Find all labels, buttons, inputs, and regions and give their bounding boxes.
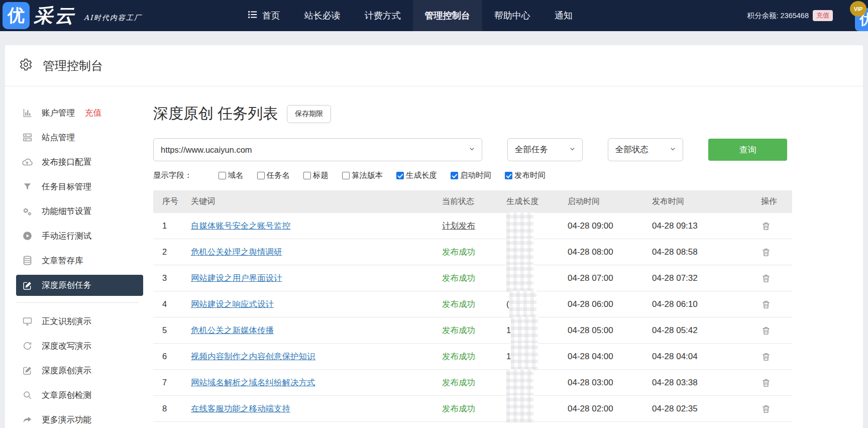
field-checkbox-task-name[interactable]: 任务名 bbox=[257, 170, 290, 181]
delete-button[interactable] bbox=[761, 272, 774, 285]
page-title: 管理控制台 bbox=[43, 58, 103, 74]
redaction-mosaic bbox=[509, 291, 536, 318]
start-time: 04-28 05:00 bbox=[568, 326, 652, 336]
row-index: 7 bbox=[153, 378, 191, 387]
chevron-down-icon bbox=[468, 145, 476, 155]
trash-icon bbox=[761, 299, 771, 309]
sidebar-item-deep-original-demo[interactable]: 深度原创演示 bbox=[5, 358, 148, 383]
nav-item-help-center[interactable]: 帮助中心 bbox=[482, 0, 542, 31]
publish-time: 04-28 06:10 bbox=[652, 299, 755, 309]
delete-button[interactable] bbox=[761, 246, 774, 259]
nav-item-label: 计费方式 bbox=[365, 10, 401, 22]
field-checkbox-title[interactable]: 标题 bbox=[303, 170, 329, 181]
trash-icon bbox=[761, 326, 771, 336]
nav-item-webmaster-guide[interactable]: 站长必读 bbox=[292, 0, 353, 31]
task-table: 序号 关键词 当前状态 生成长度 启动时间 发布时间 操作 1 自媒体账号安全之… bbox=[153, 190, 792, 422]
field-checkbox-publish-time[interactable]: 发布时间 bbox=[505, 170, 546, 181]
nav-item-admin-console[interactable]: 管理控制台 bbox=[413, 0, 482, 31]
sidebar-item-task-targets[interactable]: 任务目标管理 bbox=[5, 174, 148, 199]
publish-time: 04-28 02:35 bbox=[652, 404, 755, 414]
sidebar-item-deep-original-tasks[interactable]: 深度原创任务 bbox=[16, 275, 143, 296]
generation-length-cell bbox=[506, 396, 568, 421]
points-balance: 积分余额: 2365468 bbox=[747, 11, 809, 21]
field-checkbox-algorithm-version[interactable]: 算法版本 bbox=[342, 170, 383, 181]
site-select[interactable]: https://www.ucaiyun.com bbox=[153, 138, 482, 161]
status-select[interactable]: 全部状态 bbox=[608, 138, 683, 161]
redaction-mosaic bbox=[506, 265, 533, 292]
redaction-mosaic bbox=[506, 212, 533, 240]
sidebar-item-more-demos[interactable]: 更多演示功能 bbox=[5, 407, 148, 428]
status-link[interactable]: 发布成功 bbox=[442, 404, 475, 413]
sidebar-item-body-recognition-demo[interactable]: 正文识别演示 bbox=[5, 309, 148, 334]
status-link[interactable]: 发布成功 bbox=[442, 273, 475, 282]
sidebar-recharge-link[interactable]: 充值 bbox=[85, 108, 101, 119]
nav-item-home[interactable]: 首页 bbox=[235, 0, 292, 31]
checkbox-icon bbox=[303, 172, 311, 179]
query-button[interactable]: 查询 bbox=[708, 139, 787, 161]
generation-length-cell: 1 bbox=[506, 317, 568, 343]
retention-button[interactable]: 保存期限 bbox=[287, 105, 331, 123]
sidebar-item-label: 文章原创检测 bbox=[42, 390, 91, 401]
status-link[interactable]: 计划发布 bbox=[442, 221, 475, 230]
sidebar-item-label: 功能细节设置 bbox=[42, 206, 91, 217]
status-link[interactable]: 发布成功 bbox=[442, 326, 475, 335]
field-checkbox-start-time[interactable]: 启动时间 bbox=[451, 170, 491, 181]
gears-icon bbox=[22, 206, 33, 217]
start-time: 04-28 07:00 bbox=[568, 273, 652, 283]
field-checkbox-generation-length[interactable]: 生成长度 bbox=[396, 170, 437, 181]
table-row: 5 危机公关之新媒体传播 发布成功 1 04-28 05:00 04-28 05… bbox=[153, 317, 792, 344]
keyword-link[interactable]: 危机公关之新媒体传播 bbox=[191, 326, 274, 335]
nav-right: 积分余额: 2365468 充值 bbox=[747, 10, 833, 21]
status-link[interactable]: 发布成功 bbox=[442, 352, 475, 361]
sidebar-item-feature-settings[interactable]: 功能细节设置 bbox=[5, 199, 148, 224]
table-row: 6 视频内容制作之内容创意保护知识 发布成功 1 04-28 04:00 04-… bbox=[153, 344, 792, 370]
sidebar-item-sites[interactable]: 站点管理 bbox=[5, 125, 148, 150]
chevron-down-icon bbox=[569, 145, 576, 155]
refresh-icon bbox=[22, 341, 33, 352]
status-select-value: 全部状态 bbox=[615, 144, 669, 155]
generation-length-cell: ( bbox=[506, 291, 568, 317]
table-row: 8 在线客服功能之移动端支持 发布成功 04-28 02:00 04-28 02… bbox=[153, 396, 792, 422]
keyword-link[interactable]: 网站域名解析之域名纠纷解决方式 bbox=[191, 378, 315, 387]
delete-button[interactable] bbox=[761, 402, 774, 415]
keyword-link[interactable]: 视频内容制作之内容创意保护知识 bbox=[191, 352, 315, 361]
nav-item-pricing[interactable]: 计费方式 bbox=[353, 0, 413, 31]
top-navbar: 优 采云 AI时代内容工厂 首页 站长必读 计费方式 管理控制台 帮助中心 通知… bbox=[0, 0, 868, 31]
edit-icon bbox=[22, 365, 33, 376]
play-circle-icon bbox=[22, 231, 33, 242]
task-select-value: 全部任务 bbox=[515, 144, 569, 155]
sidebar-item-account[interactable]: 账户管理 充值 bbox=[5, 100, 148, 125]
delete-button[interactable] bbox=[761, 298, 774, 311]
keyword-link[interactable]: 危机公关处理之舆情调研 bbox=[191, 247, 282, 256]
recharge-button[interactable]: 充值 bbox=[813, 10, 833, 21]
redaction-mosaic bbox=[506, 395, 533, 422]
keyword-link[interactable]: 在线客服功能之移动端支持 bbox=[191, 404, 290, 413]
sidebar-item-publish-api[interactable]: 发布接口配置 bbox=[5, 150, 148, 174]
brand[interactable]: 优 采云 AI时代内容工厂 bbox=[3, 2, 142, 29]
status-link[interactable]: 发布成功 bbox=[442, 378, 475, 387]
row-index: 6 bbox=[153, 352, 191, 361]
field-checkbox-domain[interactable]: 域名 bbox=[219, 170, 244, 181]
generation-length-cell bbox=[506, 213, 568, 239]
status-link[interactable]: 发布成功 bbox=[442, 299, 475, 308]
sidebar-item-article-cache[interactable]: 文章暂存库 bbox=[5, 248, 148, 273]
gear-icon bbox=[19, 58, 33, 73]
start-time: 04-28 06:00 bbox=[568, 299, 652, 309]
delete-button[interactable] bbox=[761, 350, 774, 363]
delete-button[interactable] bbox=[761, 220, 774, 233]
table-header: 序号 关键词 当前状态 生成长度 启动时间 发布时间 操作 bbox=[153, 190, 792, 213]
status-link[interactable]: 发布成功 bbox=[442, 247, 475, 256]
sidebar-item-deep-rewrite-demo[interactable]: 深度改写演示 bbox=[5, 334, 148, 358]
sidebar-item-originality-check[interactable]: 文章原创检测 bbox=[5, 383, 148, 407]
nav-item-label: 站长必读 bbox=[304, 10, 341, 22]
keyword-link[interactable]: 自媒体账号安全之账号监控 bbox=[191, 221, 290, 230]
task-select[interactable]: 全部任务 bbox=[507, 138, 583, 161]
nav-item-notifications[interactable]: 通知 bbox=[542, 0, 585, 31]
keyword-link[interactable]: 网站建设之响应式设计 bbox=[191, 299, 274, 308]
generation-length-cell bbox=[506, 265, 568, 291]
delete-button[interactable] bbox=[761, 324, 774, 337]
keyword-link[interactable]: 网站建设之用户界面设计 bbox=[191, 273, 282, 282]
sidebar-item-manual-test[interactable]: 手动运行测试 bbox=[5, 224, 148, 248]
delete-button[interactable] bbox=[761, 376, 774, 389]
cloud-upload-icon bbox=[22, 157, 33, 168]
